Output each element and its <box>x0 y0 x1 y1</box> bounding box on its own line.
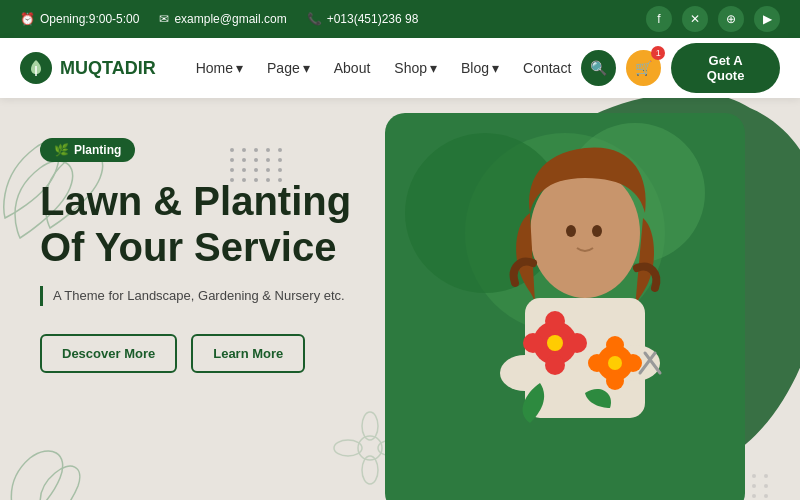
nav-contact[interactable]: Contact <box>513 52 581 84</box>
email-text: example@gmail.com <box>174 12 286 26</box>
svg-point-20 <box>588 354 606 372</box>
phone-icon: 📞 <box>307 12 322 26</box>
svg-point-18 <box>624 354 642 372</box>
email-icon: ✉ <box>159 12 169 26</box>
svg-point-21 <box>608 356 622 370</box>
top-bar: ⏰ Opening:9:00-5:00 ✉ example@gmail.com … <box>0 0 800 38</box>
badge-text: Planting <box>74 143 121 157</box>
hero-section: ✳ <box>0 98 800 500</box>
svg-point-14 <box>523 333 543 353</box>
svg-point-6 <box>592 225 602 237</box>
logo-icon <box>20 52 52 84</box>
logo[interactable]: MUQTADIR <box>20 52 156 84</box>
nav-right: 🔍 🛒 1 Get A Quote <box>581 43 780 93</box>
hero-content: 🌿 Planting Lawn & Planting Of Your Servi… <box>40 138 351 373</box>
email-info: ✉ example@gmail.com <box>159 12 286 26</box>
hero-subtitle: A Theme for Landscape, Gardening & Nurse… <box>40 286 351 306</box>
navbar: MUQTADIR Home ▾ Page ▾ About Shop ▾ Blog… <box>0 38 800 98</box>
search-button[interactable]: 🔍 <box>581 50 616 86</box>
svg-point-19 <box>606 372 624 390</box>
phone-info: 📞 +013(451)236 98 <box>307 12 419 26</box>
phone-text: +013(451)236 98 <box>327 12 419 26</box>
planting-badge: 🌿 Planting <box>40 138 135 162</box>
svg-point-5 <box>566 225 576 237</box>
hero-image-container <box>385 113 745 500</box>
nav-about[interactable]: About <box>324 52 381 84</box>
svg-point-12 <box>567 333 587 353</box>
facebook-icon[interactable]: f <box>646 6 672 32</box>
nav-links: Home ▾ Page ▾ About Shop ▾ Blog ▾ Contac… <box>186 52 582 84</box>
leaf-icon: 🌿 <box>54 143 69 157</box>
svg-point-17 <box>606 336 624 354</box>
twitter-icon[interactable]: ✕ <box>682 6 708 32</box>
svg-point-15 <box>547 335 563 351</box>
svg-point-13 <box>545 355 565 375</box>
logo-text: MUQTADIR <box>60 58 156 79</box>
web-icon[interactable]: ⊕ <box>718 6 744 32</box>
hero-buttons: Descover More Learn More <box>40 334 351 373</box>
learn-more-button[interactable]: Learn More <box>191 334 305 373</box>
opening-hours: ⏰ Opening:9:00-5:00 <box>20 12 139 26</box>
nav-home[interactable]: Home ▾ <box>186 52 253 84</box>
top-bar-left: ⏰ Opening:9:00-5:00 ✉ example@gmail.com … <box>20 12 418 26</box>
nav-shop[interactable]: Shop ▾ <box>384 52 447 84</box>
hero-title: Lawn & Planting Of Your Service <box>40 178 351 270</box>
cart-badge: 1 <box>651 46 665 60</box>
hero-person-svg <box>385 113 745 500</box>
social-links: f ✕ ⊕ ▶ <box>646 6 780 32</box>
youtube-icon[interactable]: ▶ <box>754 6 780 32</box>
svg-point-11 <box>545 311 565 331</box>
hero-title-line2: Of Your Service <box>40 225 336 269</box>
cart-button[interactable]: 🛒 1 <box>626 50 661 86</box>
discover-more-button[interactable]: Descover More <box>40 334 177 373</box>
deco-leaves-bottomleft <box>0 388 140 500</box>
get-quote-button[interactable]: Get A Quote <box>671 43 780 93</box>
clock-icon: ⏰ <box>20 12 35 26</box>
nav-blog[interactable]: Blog ▾ <box>451 52 509 84</box>
opening-text: Opening:9:00-5:00 <box>40 12 139 26</box>
hero-title-line1: Lawn & Planting <box>40 179 351 223</box>
nav-page[interactable]: Page ▾ <box>257 52 320 84</box>
